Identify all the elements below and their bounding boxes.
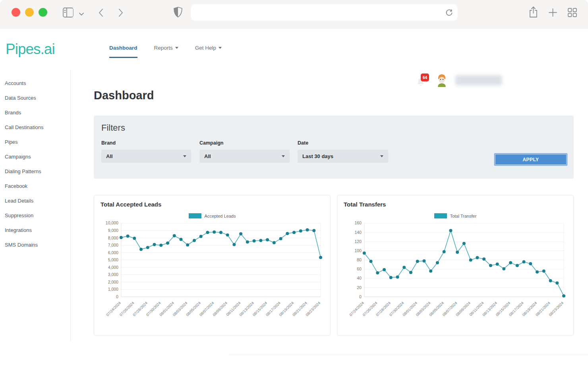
date-select[interactable]: Last 30 days [298,150,388,163]
chart-legend: Total Transfer [344,213,567,218]
app-header: Pipes.ai Dashboard Reports Get Help 64 [0,29,588,70]
svg-text:60: 60 [357,267,362,271]
campaign-label: Campaign [199,140,223,146]
legend-swatch [189,213,201,218]
tab-overview-icon[interactable] [567,8,577,19]
sidebar-item-campaigns[interactable]: Campaigns [0,149,70,164]
svg-text:120: 120 [354,239,362,244]
svg-text:9,000: 9,000 [108,228,118,233]
sidebar-item-dialing-patterns[interactable]: Dialing Patterns [0,164,70,179]
svg-text:10,000: 10,000 [106,221,118,225]
svg-text:100: 100 [354,249,362,253]
chevron-down-icon [219,47,222,49]
sidebar-item-data-sources[interactable]: Data Sources [0,91,70,105]
notification-badge: 64 [421,73,429,81]
new-tab-icon[interactable] [548,8,557,19]
sidebar-item-lead-details[interactable]: Lead Details [0,193,70,208]
total-transfers-chart: 02040608010012014016007/24/202407/26/202… [344,219,567,323]
svg-text:8,000: 8,000 [108,236,118,240]
sidebar-nav: Accounts Data Sources Brands Call Destin… [0,70,71,342]
user-name-blurred[interactable] [455,75,502,85]
zoom-window-button[interactable] [39,8,47,17]
user-avatar[interactable] [436,73,447,87]
total-transfers-card: Total Transfers Total Transfer 020406080… [337,195,574,336]
sidebar-item-sms-domains[interactable]: SMS Domains [0,238,70,252]
minimize-window-button[interactable] [25,8,34,17]
brand-label: Brand [101,140,116,146]
page-title: Dashboard [94,89,154,102]
apply-button[interactable]: APPLY [494,153,567,166]
svg-text:20: 20 [357,286,362,290]
svg-text:1,000: 1,000 [108,287,118,292]
brand-select[interactable]: All [101,150,191,163]
svg-text:08/23/2024: 08/23/2024 [548,301,564,317]
address-input[interactable] [191,10,445,15]
nav-reports[interactable]: Reports [154,45,178,57]
notifications-button[interactable]: 64 [416,73,428,87]
svg-text:3,000: 3,000 [108,272,118,277]
sidebar-item-integrations[interactable]: Integrations [0,223,70,238]
sidebar-item-call-destinations[interactable]: Call Destinations [0,120,70,135]
campaign-select[interactable]: All [199,150,290,163]
accepted-leads-chart: 01,0002,0003,0004,0005,0006,0007,0008,00… [101,219,324,323]
address-bar[interactable] [191,4,458,21]
divider [228,355,588,355]
window-controls [12,8,47,17]
svg-text:5,000: 5,000 [108,258,118,262]
legend-swatch [434,213,447,218]
browser-toolbar [0,0,588,29]
close-window-button[interactable] [12,8,20,17]
svg-text:0: 0 [359,295,362,299]
chart-title: Total Accepted Leads [101,201,324,208]
accepted-leads-card: Total Accepted Leads Accepted Leads 01,0… [94,195,331,336]
toolbar-divider [73,6,73,19]
sidebar-item-facebook[interactable]: Facebook [0,179,70,193]
pipes-ai-logo[interactable]: Pipes.ai [6,41,55,58]
chevron-down-icon[interactable] [79,10,84,17]
date-label: Date [298,140,308,146]
reload-icon[interactable] [445,8,453,17]
svg-text:2,000: 2,000 [108,280,118,284]
svg-text:160: 160 [354,221,362,225]
chart-legend: Accepted Leads [101,213,324,218]
svg-text:140: 140 [354,230,362,235]
sidebar-item-pipes[interactable]: Pipes [0,135,70,149]
svg-text:80: 80 [357,258,362,262]
svg-text:7,000: 7,000 [108,243,118,247]
sidebar-item-accounts[interactable]: Accounts [0,76,70,91]
chevron-down-icon [380,155,383,157]
browser-window: Pipes.ai Dashboard Reports Get Help 64 [0,0,588,392]
back-button[interactable] [98,8,104,19]
sidebar-item-suppression[interactable]: Suppression [0,208,70,223]
filters-title: Filters [101,123,125,133]
svg-text:08/23/2024: 08/23/2024 [305,301,321,317]
top-nav: Dashboard Reports Get Help [109,45,222,58]
nav-dashboard[interactable]: Dashboard [109,45,137,58]
shield-icon[interactable] [173,6,183,20]
share-icon[interactable] [528,6,538,20]
filters-panel: Filters Brand All Campaign All Date Last… [94,116,574,179]
chart-title: Total Transfers [344,201,567,208]
legend-label: Accepted Leads [205,214,236,218]
legend-label: Total Transfer [450,214,477,218]
header-right: 64 [416,73,502,87]
svg-text:6,000: 6,000 [108,251,118,255]
forward-button[interactable] [118,8,124,19]
sidebar-toggle-icon[interactable] [63,8,74,19]
svg-text:4,000: 4,000 [108,265,118,270]
svg-text:0: 0 [116,295,118,299]
chevron-down-icon [175,47,178,49]
chevron-down-icon [183,155,186,157]
svg-text:40: 40 [357,276,362,280]
nav-get-help[interactable]: Get Help [195,45,222,57]
chevron-down-icon [282,155,285,157]
sidebar-item-brands[interactable]: Brands [0,105,70,120]
